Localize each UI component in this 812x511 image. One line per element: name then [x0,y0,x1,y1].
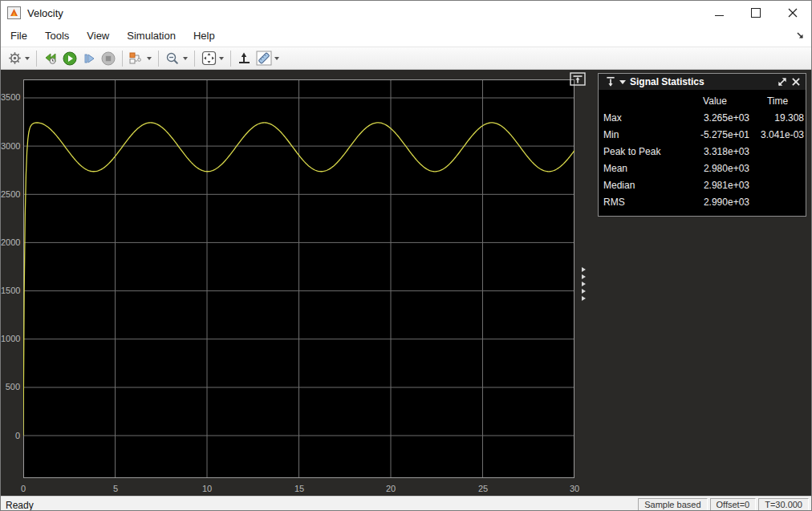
signal-statistics-header[interactable]: Signal Statistics [599,74,806,90]
matlab-scope-icon [7,6,21,19]
velocity-plot[interactable] [23,79,574,478]
run-button[interactable] [61,50,79,67]
measurements-button[interactable] [255,50,273,67]
stats-label: Min [603,129,680,140]
step-back-button[interactable] [42,50,59,67]
y-tick-label: 3000 [1,141,20,152]
toolbar-separator [36,51,37,67]
splitter-arrow-icon [582,274,586,279]
menu-overflow-icon[interactable] [795,30,806,41]
menu-help[interactable]: Help [191,28,217,43]
toolbar-separator [158,51,159,67]
maximize-button[interactable] [737,1,774,25]
menu-bar: FileToolsViewSimulationHelp [1,25,811,47]
menu-file[interactable]: File [8,28,30,43]
fit-to-view-icon [201,51,217,66]
x-tick-label: 5 [99,484,132,494]
splitter-arrow-icon [582,296,586,301]
signal-selector-dropdown-caret[interactable] [147,57,152,60]
status-cell-1: Offset=0 [710,498,757,511]
gear-icon [8,51,22,65]
close-icon [788,8,798,18]
stats-label: Max [603,112,680,124]
stats-row-rms: RMS2.990e+03 [603,193,801,210]
y-tick-label: 2500 [1,189,20,200]
dock-panel-button[interactable] [570,72,586,86]
settings-gear-button[interactable] [6,50,23,67]
toolbar [1,47,811,70]
x-tick-label: 30 [558,484,591,494]
step-back-icon [43,51,58,65]
close-button[interactable] [774,1,811,25]
panel-menu-caret-icon[interactable] [619,80,626,84]
status-cell-2: T=30.000 [758,498,809,511]
status-cell-0: Sample based [638,498,707,511]
x-tick-label: 0 [7,484,39,494]
stats-value: 3.265e+03 [680,112,751,124]
menu-tools[interactable]: Tools [43,28,71,43]
measurements-dropdown-caret[interactable] [274,57,279,60]
stats-col-value: Value [680,95,751,107]
trigger-icon [238,51,252,65]
toolbar-separator [194,51,195,67]
y-tick-label: 0 [1,431,20,441]
splitter-arrow-icon [582,289,586,294]
splitter-arrow-icon [582,267,586,272]
window-title: Velocity [27,7,63,19]
stats-label: Mean [603,163,680,174]
menu-simulation[interactable]: Simulation [124,28,178,43]
settings-dropdown-caret[interactable] [25,57,30,60]
close-panel-icon[interactable] [790,76,802,87]
splitter-arrow-icon [582,282,586,286]
y-tick-label: 1500 [1,286,20,296]
y-tick-label: 3500 [1,92,20,103]
fit-to-view-dropdown-caret[interactable] [219,57,224,60]
stats-value: -5.275e+01 [680,129,751,140]
stats-value: 2.981e+03 [680,180,751,191]
stats-label: Median [603,180,680,191]
y-tick-label: 500 [1,382,20,392]
stop-button[interactable] [99,50,117,67]
stats-value: 2.990e+03 [680,197,751,208]
title-bar: Velocity [1,1,811,25]
y-tick-label: 1000 [1,334,20,344]
undock-panel-icon[interactable] [777,76,788,87]
stats-label: RMS [603,197,680,208]
stats-time: 3.041e-03 [751,129,806,140]
status-bar: Ready Sample basedOffset=0T=30.000 [1,496,811,511]
toolbar-separator [230,51,231,67]
panel-splitter-handle[interactable] [582,267,586,301]
stats-row-peak-to-peak: Peak to Peak3.318e+03 [603,143,801,160]
stats-row-max: Max3.265e+0319.308 [603,109,801,126]
stats-label: Peak to Peak [603,146,680,157]
fit-to-view-button[interactable] [200,50,217,67]
panel-title: Signal Statistics [630,76,704,87]
stats-time: 19.308 [751,112,806,124]
minimize-button[interactable] [700,1,737,25]
menu-view[interactable]: View [84,28,112,43]
stats-row-min: Min-5.275e+013.041e-03 [603,126,801,143]
stats-value: 3.318e+03 [680,146,751,157]
stats-row-median: Median2.981e+03 [603,176,801,193]
stop-icon [101,51,116,66]
zoom-out-button[interactable] [164,50,181,67]
x-tick-label: 15 [283,484,315,494]
scope-window: Velocity FileToolsViewSimulationHelp [0,0,812,511]
trigger-button[interactable] [236,50,254,67]
x-tick-label: 20 [375,484,407,494]
stats-col-time: Time [751,95,806,107]
pin-panel-icon[interactable] [605,76,616,87]
x-tick-label: 25 [467,484,499,494]
toolbar-separator [122,51,123,67]
stats-value: 2.980e+03 [680,163,751,174]
x-tick-label: 10 [191,484,223,494]
play-icon [63,51,77,66]
maximize-icon [751,8,761,18]
stats-header-row: Value Time [603,92,801,109]
scope-canvas: 0500100015002000250030003500 05101520253… [1,70,811,496]
step-forward-button[interactable] [80,50,98,67]
signal-statistics-panel: Signal Statistics Value Time Ma [598,73,806,217]
zoom-dropdown-caret[interactable] [183,57,188,60]
signal-selector-button[interactable] [128,50,145,67]
y-tick-label: 2000 [1,237,20,248]
